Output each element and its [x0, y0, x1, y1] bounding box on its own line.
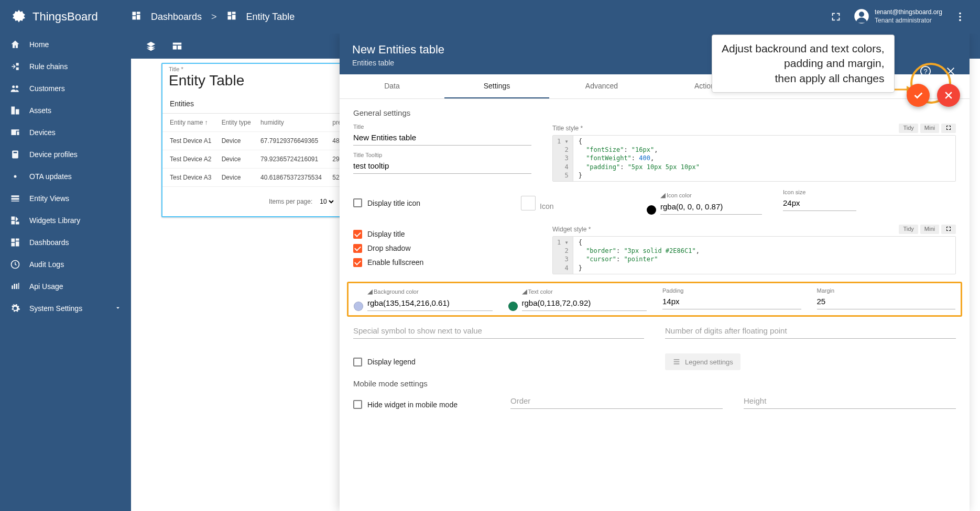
gear-icon [9, 303, 21, 314]
sidebar-item-assets[interactable]: Assets [0, 99, 131, 121]
breadcrumb-item[interactable]: Dashboards [151, 12, 202, 23]
icon-size-input[interactable] [783, 196, 856, 211]
bg-color-swatch[interactable] [354, 302, 363, 311]
domain-icon [9, 105, 21, 116]
sidebar-item-entity-views[interactable]: Entity Views [0, 187, 131, 209]
table-row[interactable]: Test Device A1Device67.7912937664936548.… [162, 132, 362, 150]
app-header: ThingsBoard Dashboards > Entity Table te… [0, 0, 980, 34]
sidebar-item-label: Customers [29, 84, 65, 93]
icon-color-swatch[interactable] [647, 205, 656, 215]
col-entity-type[interactable]: Entity type [217, 114, 256, 132]
entities-table: Entity name↑ Entity type humidity pressu… [162, 114, 362, 187]
enable-fullscreen-label: Enable fullscreen [367, 258, 423, 266]
widget-style-label: Widget style * [552, 226, 591, 233]
display-legend-checkbox[interactable] [353, 358, 362, 366]
close-icon[interactable] [941, 62, 960, 81]
widget-style-editor[interactable]: 1 ▾234 { "border": "3px solid #2E86C1", … [552, 236, 956, 274]
sidebar-item-rule-chains[interactable]: Rule chains [0, 55, 131, 77]
special-symbol-input[interactable] [353, 324, 644, 339]
instruction-callout: Adjust backround and text colors, paddin… [712, 35, 895, 93]
pager-label: Items per page: [269, 198, 312, 205]
sidebar-item-device-profiles[interactable]: Device profiles [0, 143, 131, 165]
sidebar-item-customers[interactable]: Customers [0, 77, 131, 99]
tooltip-field-label: Title Tooltip [353, 152, 531, 158]
entity-table-widget[interactable]: Title * Entity Table Entities Entity nam… [161, 63, 363, 217]
title-label: Title * [162, 64, 362, 72]
app-name: ThingsBoard [32, 10, 98, 24]
widget-editor-panel: New Entities table Entities table ? Data… [340, 34, 970, 511]
col-humidity[interactable]: humidity [256, 114, 328, 132]
tab-settings[interactable]: Settings [444, 74, 549, 98]
help-icon[interactable]: ? [916, 62, 935, 81]
audit-icon [9, 259, 21, 270]
app-logo[interactable]: ThingsBoard [10, 8, 131, 25]
fullscreen-icon[interactable] [826, 7, 845, 26]
legend-settings-button: Legend settings [665, 353, 741, 370]
dashboard-icon [226, 10, 237, 24]
fullscreen-code-icon[interactable] [941, 124, 956, 133]
sidebar-item-widgets[interactable]: Widgets Library [0, 209, 131, 231]
breadcrumb: Dashboards > Entity Table [131, 10, 295, 24]
widgets-icon [9, 215, 21, 226]
user-email: tenant@thingsboard.org [875, 8, 942, 17]
tooltip-input[interactable] [353, 159, 531, 174]
enable-fullscreen-checkbox[interactable] [353, 258, 362, 267]
display-title-checkbox[interactable] [353, 230, 362, 239]
tab-advanced[interactable]: Advanced [549, 74, 654, 98]
drop-shadow-checkbox[interactable] [353, 244, 362, 253]
layout-icon[interactable] [168, 37, 187, 55]
sidebar-item-audit[interactable]: Audit Logs [0, 253, 131, 275]
title-input[interactable] [353, 131, 531, 146]
apply-button[interactable] [907, 84, 930, 107]
display-title-icon-checkbox[interactable] [353, 198, 362, 207]
svg-point-4 [959, 19, 961, 21]
mini-button[interactable]: Mini [920, 225, 939, 234]
margin-input[interactable] [817, 295, 956, 309]
sidebar-item-ota[interactable]: OTA updates [0, 165, 131, 187]
pager-select[interactable]: 10 [318, 197, 335, 206]
sidebar-item-devices[interactable]: Devices [0, 121, 131, 143]
entities-header: Entities [162, 94, 362, 114]
layers-icon[interactable] [141, 37, 160, 55]
sidebar-item-label: Api Usage [29, 282, 63, 291]
tab-data[interactable]: Data [340, 74, 444, 98]
sidebar-item-label: Assets [29, 106, 51, 115]
color-picker-icon: ◢ [660, 191, 666, 199]
tidy-button[interactable]: Tidy [899, 124, 918, 133]
display-title-icon-label: Display title icon [367, 199, 420, 207]
svg-rect-7 [12, 151, 18, 159]
hide-mobile-checkbox[interactable] [353, 400, 362, 409]
tidy-button[interactable]: Tidy [899, 225, 918, 234]
col-entity-name[interactable]: Entity name↑ [162, 114, 217, 132]
svg-point-2 [959, 13, 961, 15]
bg-color-input[interactable] [367, 296, 493, 311]
sidebar-item-dashboards[interactable]: Dashboards [0, 231, 131, 253]
breadcrumb-item[interactable]: Entity Table [246, 12, 295, 23]
table-row[interactable]: Test Device A3Device40.61867537237553452… [162, 169, 362, 187]
devices-icon [9, 127, 21, 138]
icon-color-input[interactable] [660, 200, 762, 215]
order-input[interactable] [510, 394, 723, 409]
icon-preview[interactable] [521, 196, 536, 210]
more-vert-icon[interactable] [951, 7, 970, 26]
sidebar-item-home[interactable]: Home [0, 34, 131, 55]
mini-button[interactable]: Mini [920, 124, 939, 133]
fullscreen-code-icon[interactable] [941, 225, 956, 234]
sidebar-item-settings[interactable]: System Settings [0, 297, 131, 319]
cancel-button[interactable] [937, 84, 960, 107]
title-style-editor[interactable]: 1 ▾2345 { "fontSize": "16px", "fontWeigh… [552, 135, 956, 182]
padding-input[interactable] [662, 295, 801, 309]
height-input[interactable] [744, 394, 956, 409]
digits-input[interactable] [665, 324, 956, 339]
dashboard-icon [9, 237, 21, 248]
svg-rect-8 [14, 152, 17, 153]
people-icon [9, 83, 21, 94]
sidebar-item-api[interactable]: Api Usage [0, 275, 131, 297]
sidebar-item-label: Entity Views [29, 194, 69, 203]
thingsboard-logo-icon [10, 8, 27, 25]
user-menu[interactable]: tenant@thingsboard.org Tenant administra… [854, 8, 942, 26]
svg-point-6 [16, 85, 18, 88]
text-color-input[interactable] [522, 296, 647, 311]
text-color-swatch[interactable] [508, 302, 518, 311]
table-row[interactable]: Test Device A2Device79.9236572421609129.… [162, 150, 362, 169]
